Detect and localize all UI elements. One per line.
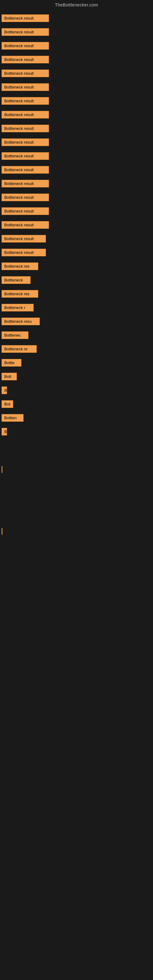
bottleneck-result-bar: Bottleneck res xyxy=(2,290,38,298)
list-item xyxy=(0,502,153,511)
list-item: Bottleneck result xyxy=(0,13,153,24)
list-item xyxy=(0,490,153,499)
bottleneck-result-bar: Bottleneck res xyxy=(2,262,38,270)
bottleneck-result-bar: Bottlenec xyxy=(2,331,29,339)
bottleneck-result-bar: Bottleneck result xyxy=(2,125,49,132)
bottleneck-result-bar: B xyxy=(2,387,7,394)
rows-container: Bottleneck resultBottleneck resultBottle… xyxy=(0,13,153,536)
list-item xyxy=(0,440,153,449)
list-item: Bottleneck result xyxy=(0,95,153,106)
bottleneck-result-bar: Bottleneck result xyxy=(2,14,49,22)
bottleneck-result-bar: Bottleneck result xyxy=(2,28,49,36)
bottleneck-result-bar: Bot xyxy=(2,400,13,408)
list-item: Bottle xyxy=(0,357,153,368)
list-item: Bottleneck res xyxy=(0,288,153,299)
list-item: Bottleneck result xyxy=(0,123,153,134)
list-item: Bottleneck r xyxy=(0,302,153,313)
list-item: B xyxy=(0,385,153,396)
list-item: Bott xyxy=(0,371,153,382)
bottleneck-result-bar: Bottleneck re xyxy=(2,345,37,353)
bottleneck-result-bar: Bottleneck result xyxy=(2,235,46,243)
list-item: Bottleneck xyxy=(0,275,153,285)
bottleneck-result-bar: Bottleneck result xyxy=(2,166,49,173)
bottleneck-result-bar: Bottleneck result xyxy=(2,70,49,77)
bottleneck-result-bar: Bottleneck r xyxy=(2,304,33,312)
list-item: Bottleneck res xyxy=(0,261,153,272)
bottleneck-result-bar: Bottleneck result xyxy=(2,207,49,215)
list-item: Bottlen xyxy=(0,412,153,423)
list-item: Bottleneck result xyxy=(0,109,153,120)
list-item: Bottleneck result xyxy=(0,82,153,92)
list-item: Bottleneck result xyxy=(0,206,153,216)
list-item: B xyxy=(0,426,153,437)
list-item: Bottleneck result xyxy=(0,151,153,161)
list-item: Bottleneck result xyxy=(0,233,153,244)
bottleneck-result-bar: Bottleneck resu xyxy=(2,318,40,325)
list-item xyxy=(0,514,153,523)
list-item: Bottleneck result xyxy=(0,54,153,65)
bottleneck-result-bar: B xyxy=(2,428,7,436)
list-item: Bot xyxy=(0,399,153,409)
list-item: Bottleneck result xyxy=(0,247,153,258)
list-item: Bottleneck result xyxy=(0,192,153,203)
bottleneck-result-bar: Bottleneck result xyxy=(2,194,49,201)
list-item xyxy=(0,465,153,474)
indicator-bar xyxy=(2,466,2,473)
bottleneck-result-bar: Bottleneck xyxy=(2,276,30,284)
bottleneck-result-bar: Bottleneck result xyxy=(2,138,49,146)
list-item xyxy=(0,477,153,487)
indicator-bar xyxy=(2,528,2,535)
bottleneck-result-bar: Bottleneck result xyxy=(2,42,49,49)
bottleneck-result-bar: Bottleneck result xyxy=(2,152,49,160)
list-item xyxy=(0,527,153,536)
bottleneck-result-bar: Bottleneck result xyxy=(2,97,49,105)
bottleneck-result-bar: Bottleneck result xyxy=(2,221,49,229)
bottleneck-result-bar: Bottleneck result xyxy=(2,56,49,64)
list-item: Bottleneck result xyxy=(0,220,153,230)
bottleneck-result-bar: Bottleneck result xyxy=(2,249,46,256)
list-item xyxy=(0,452,153,461)
list-item: Bottleneck result xyxy=(0,178,153,189)
list-item: Bottleneck result xyxy=(0,68,153,79)
list-item: Bottleneck result xyxy=(0,40,153,51)
list-item: Bottlenec xyxy=(0,330,153,340)
bottleneck-result-bar: Bottleneck result xyxy=(2,180,49,188)
bottleneck-result-bar: Bottlen xyxy=(2,414,24,422)
list-item: Bottleneck result xyxy=(0,164,153,175)
site-title: TheBottlenecker.com xyxy=(0,0,153,10)
bottleneck-result-bar: Bottleneck result xyxy=(2,111,49,119)
bottleneck-result-bar: Bottleneck result xyxy=(2,83,49,91)
list-item: Bottleneck result xyxy=(0,137,153,148)
bottleneck-result-bar: Bottle xyxy=(2,359,21,367)
list-item: Bottleneck re xyxy=(0,344,153,354)
list-item: Bottleneck result xyxy=(0,27,153,37)
site-title-bar: TheBottlenecker.com xyxy=(0,0,153,10)
bottleneck-result-bar: Bott xyxy=(2,373,17,380)
list-item: Bottleneck resu xyxy=(0,316,153,327)
